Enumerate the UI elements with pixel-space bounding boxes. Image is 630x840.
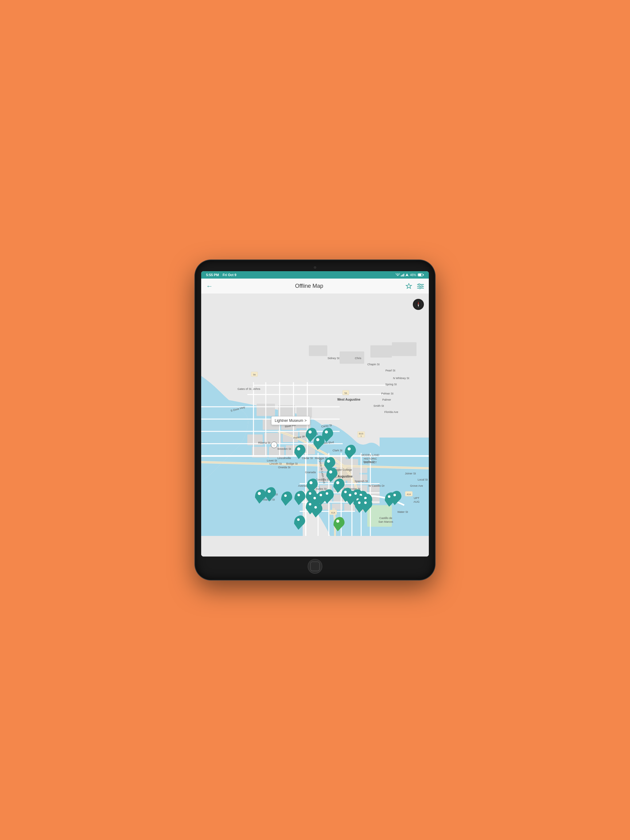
- svg-text:1: 1: [274, 444, 275, 447]
- battery-icon: [418, 273, 424, 276]
- status-right-icons: 46%: [396, 273, 424, 277]
- svg-point-174: [393, 494, 396, 496]
- map-container[interactable]: 5A 5A BUS 1 1 A1A A1A West Augustine St.…: [201, 294, 429, 556]
- svg-point-12: [419, 287, 421, 289]
- location-icon: [405, 273, 408, 276]
- svg-rect-16: [370, 345, 392, 358]
- svg-point-166: [314, 506, 317, 508]
- popup-label[interactable]: Lightner Museum >: [271, 416, 310, 425]
- map-svg: 5A 5A BUS 1 1 A1A A1A West Augustine St.…: [201, 294, 429, 556]
- svg-point-165: [309, 503, 311, 505]
- svg-text:Lovet St: Lovet St: [267, 459, 277, 462]
- svg-point-161: [309, 492, 311, 495]
- svg-text:AUG: AUG: [413, 500, 419, 503]
- svg-point-10: [419, 284, 420, 285]
- svg-text:Grove Ave: Grove Ave: [410, 484, 423, 487]
- home-button[interactable]: [308, 559, 322, 574]
- status-icons: [396, 273, 408, 276]
- svg-text:Local St: Local St: [418, 478, 428, 481]
- nav-bar: ← Offline Map: [201, 279, 429, 294]
- nav-actions: [405, 283, 424, 290]
- svg-text:Cedar St: Cedar St: [302, 456, 313, 459]
- svg-point-155: [336, 481, 339, 484]
- filter-icon[interactable]: [417, 284, 424, 289]
- svg-rect-1: [402, 275, 402, 276]
- home-button-inner: [310, 561, 320, 571]
- svg-text:MODEL LAND: MODEL LAND: [361, 453, 380, 456]
- svg-point-176: [364, 502, 367, 504]
- svg-text:Pearl St: Pearl St: [385, 369, 396, 372]
- svg-text:1: 1: [361, 435, 362, 437]
- svg-rect-0: [401, 275, 401, 276]
- svg-text:Florida Ave: Florida Ave: [385, 411, 398, 414]
- svg-text:Gates of St. Johns: Gates of St. Johns: [237, 387, 261, 390]
- svg-text:A1A: A1A: [407, 493, 411, 495]
- svg-text:Aviles St: Aviles St: [316, 487, 327, 490]
- svg-text:Bridge St: Bridge St: [286, 462, 298, 465]
- svg-point-182: [418, 304, 419, 305]
- svg-rect-48: [296, 407, 312, 418]
- wifi-icon: [396, 273, 400, 276]
- time-display: 5:55 PM: [206, 273, 219, 277]
- svg-text:Sevilla St: Sevilla St: [363, 460, 375, 463]
- tablet-camera: [314, 266, 316, 269]
- svg-text:Palmer: Palmer: [382, 398, 391, 401]
- svg-text:Spanish St: Spanish St: [355, 480, 368, 483]
- popup-text: Lightner Museum: [275, 418, 303, 423]
- svg-text:Spring St: Spring St: [385, 383, 397, 386]
- svg-point-153: [329, 471, 332, 474]
- svg-point-154: [309, 481, 313, 484]
- svg-rect-41: [344, 504, 355, 511]
- svg-point-163: [320, 494, 322, 496]
- status-time: 5:55 PM Fri Oct 9: [206, 273, 236, 277]
- svg-text:UPT: UPT: [414, 497, 419, 500]
- star-icon[interactable]: [405, 283, 412, 290]
- svg-text:HISTORIC: HISTORIC: [364, 457, 377, 460]
- svg-rect-44: [367, 505, 392, 527]
- svg-text:Clark St: Clark St: [332, 449, 343, 452]
- svg-text:Chapin St: Chapin St: [367, 363, 380, 366]
- svg-text:W Castillo Dr: W Castillo Dr: [369, 484, 385, 487]
- svg-point-156: [327, 459, 330, 463]
- back-button[interactable]: ←: [206, 282, 213, 290]
- svg-text:Riberia St: Riberia St: [258, 441, 271, 444]
- svg-text:BUS: BUS: [359, 433, 364, 435]
- svg-text:Castillo de: Castillo de: [379, 516, 392, 519]
- svg-point-149: [297, 447, 300, 450]
- svg-text:N Whitney St: N Whitney St: [393, 377, 410, 380]
- compass[interactable]: [413, 299, 424, 310]
- svg-point-148: [309, 431, 312, 434]
- svg-rect-17: [392, 342, 416, 356]
- svg-point-168: [349, 494, 351, 496]
- svg-text:Lincolnville: Lincolnville: [277, 456, 291, 459]
- svg-text:Cordova St: Cordova St: [316, 478, 330, 481]
- svg-rect-5: [423, 274, 424, 275]
- svg-point-11: [421, 285, 423, 287]
- svg-text:Lincoln St: Lincoln St: [269, 462, 282, 465]
- svg-rect-2: [403, 274, 403, 276]
- status-bar: 5:55 PM Fri Oct 9: [201, 271, 429, 279]
- svg-text:5A: 5A: [345, 392, 347, 394]
- signal-icon: [401, 273, 405, 276]
- svg-rect-3: [404, 274, 404, 276]
- svg-point-173: [388, 495, 390, 498]
- popup-arrow: >: [304, 418, 307, 423]
- svg-text:Weeden St: Weeden St: [277, 447, 291, 450]
- svg-point-159: [284, 494, 287, 497]
- svg-text:5A: 5A: [253, 374, 256, 376]
- svg-point-167: [344, 491, 347, 493]
- svg-point-175: [358, 502, 361, 504]
- svg-text:Sidney St: Sidney St: [328, 357, 340, 360]
- svg-point-157: [268, 490, 271, 493]
- svg-text:Chris: Chris: [355, 357, 361, 360]
- svg-text:Palmer St: Palmer St: [381, 392, 393, 395]
- svg-text:A1A: A1A: [331, 512, 335, 514]
- page-title: Offline Map: [295, 283, 323, 289]
- svg-text:Granada: Granada: [305, 471, 316, 474]
- tablet-screen: 5:55 PM Fri Oct 9: [201, 271, 429, 556]
- svg-point-164: [326, 492, 328, 495]
- battery-percentage: 46%: [410, 273, 416, 277]
- tablet-device: 5:55 PM Fri Oct 9: [195, 260, 435, 580]
- svg-rect-6: [418, 274, 421, 276]
- svg-point-177: [336, 519, 339, 523]
